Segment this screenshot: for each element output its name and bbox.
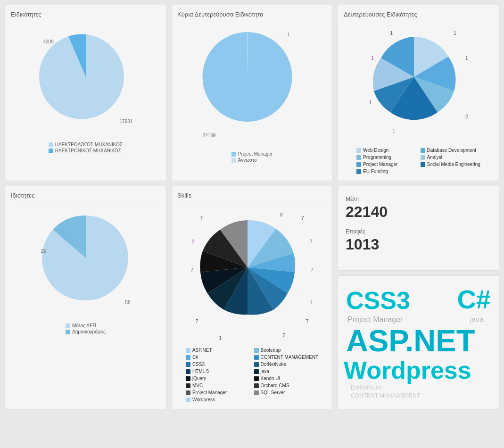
s-label-7g: 7 xyxy=(191,267,194,273)
kyria-legend: Project Manager Άγνωστο xyxy=(231,151,273,164)
d-label-4: 1 xyxy=(465,56,468,61)
wc-csharp: C# xyxy=(457,284,491,315)
sk-legend-6: DotNetNuke xyxy=(254,362,319,367)
meli-label: Μέλη xyxy=(346,196,491,202)
eidikotites-chart-area: 4209 17931 ΗΛΕΚΤΡΟΛΟΓΟΣ ΜΗΧΑΝΙΚΟΣ ΗΛΕΚΤΡ… xyxy=(11,25,160,154)
idiotites-legend-item-2: Δημοσιογράφος xyxy=(66,329,106,334)
s-label-7f: 7 xyxy=(196,319,198,324)
idiotites-chart-area: 25 58 Μέλος ΔΕΠ Δημοσιογράφος xyxy=(11,206,160,335)
sk-legend-2: Bootstrap xyxy=(254,348,319,353)
kyria-chart-area: 1 22139 Project Manager Άγνωστο xyxy=(177,25,327,164)
legend-item-2: ΗΛΕΚΤΡΟΝΙΚΟΣ ΜΗΧΑΝΙΚΟΣ xyxy=(49,148,123,153)
s-label-8: 8 xyxy=(280,212,283,217)
s-label-2: 2 xyxy=(192,239,195,244)
wc-wordpress: Wordpress xyxy=(344,356,471,384)
sk-legend-7: HTML 5 xyxy=(186,369,250,374)
sk-legend-1: ASP.NET xyxy=(186,348,250,353)
wordcloud-card: CSS3 C# Project Manager java ASP.NET Wor… xyxy=(338,275,499,409)
pie-label-kyria-1: 1 xyxy=(287,32,290,37)
epafes-value: 1013 xyxy=(346,236,491,253)
legend-item-1: ΗΛΕΚΤΡΟΛΟΓΟΣ ΜΗΧΑΝΙΚΟΣ xyxy=(49,142,123,147)
d-legend-1: Web Design xyxy=(356,148,416,153)
sk-legend-10: Kendo UI xyxy=(254,376,319,381)
s-label-1a: 1 xyxy=(310,300,313,305)
s-label-7a: 7 xyxy=(301,216,304,221)
d-label-5: 1 xyxy=(369,100,372,105)
sk-legend-12: Orchard CMS xyxy=(254,383,319,388)
wc-dotnet: DotNetNuke xyxy=(351,384,381,391)
kyria-legend-dot-1 xyxy=(231,152,236,157)
wordcloud-inner: CSS3 C# Project Manager java ASP.NET Wor… xyxy=(344,282,493,385)
sk-legend-8: java xyxy=(254,369,319,374)
sk-legend-4: CONTENT MANAGEMENT xyxy=(254,355,319,360)
s-label-7h: 7 xyxy=(200,216,203,221)
deutereuouses-legend: Web Design Database Development Programm… xyxy=(356,148,480,175)
s-label-7e: 7 xyxy=(282,333,285,338)
d-label-3: 1 xyxy=(372,56,374,61)
deutereuouses-chart-area: 1 1 1 1 1 2 1 Web Design Database Develo… xyxy=(344,25,493,175)
skills-svg xyxy=(191,211,304,324)
d-legend-2: Database Development xyxy=(421,148,480,153)
d-label-7: 1 xyxy=(393,128,396,133)
eidikotites-title: Ειδικότητες xyxy=(11,11,160,21)
skills-legend: ASP.NET Bootstrap C# CONTENT MANAGEMENT … xyxy=(186,348,318,403)
s-label-7c: 7 xyxy=(311,267,314,273)
skills-title: Skills xyxy=(177,192,327,202)
sk-legend-5: CSS3 xyxy=(186,362,250,367)
idiotites-legend: Μέλος ΔΕΠ Δημοσιογράφος xyxy=(66,323,106,335)
sk-legend-11: MVC xyxy=(186,383,250,388)
s-label-1b: 1 xyxy=(219,335,222,340)
d-label-1: 1 xyxy=(390,31,393,36)
sk-legend-14: SQL Server xyxy=(254,390,319,395)
d-legend-3: Programming xyxy=(356,155,416,160)
pie-label-4209: 4209 xyxy=(43,39,54,44)
kyria-legend-label-1: Project Manager xyxy=(238,151,273,157)
idiotites-card: Ιδιότητες 25 58 Μέλος ΔΕΠ Δημοσιογράφο xyxy=(5,186,166,409)
dashboard-grid: Ειδικότητες 4209 17931 ΗΛΕΚΤΡΟΛΟΓΟΣ ΜΗΧΑ… xyxy=(5,5,499,409)
skills-pie: 8 7 7 7 1 7 7 1 7 7 2 7 xyxy=(191,211,314,343)
d-legend-4: Analyst xyxy=(421,155,480,160)
deutereuouses-pie: 1 1 1 1 1 2 1 xyxy=(367,30,471,143)
d-label-6: 2 xyxy=(465,114,468,119)
wc-contentmgmt: CONTENT MANAGEMENT xyxy=(351,392,420,399)
kyria-legend-dot-2 xyxy=(231,158,236,163)
wc-aspnet: ASP.NET xyxy=(346,323,475,358)
meli-value: 22140 xyxy=(346,203,491,221)
d-legend-5: Project Manager xyxy=(356,162,416,167)
kyria-legend-item-2: Άγνωστο xyxy=(231,158,273,163)
kyria-svg xyxy=(200,30,295,124)
pie-label-58: 58 xyxy=(125,300,130,305)
sk-legend-13: Project Manager xyxy=(186,390,250,395)
right-column: Μέλη 22140 Επαφές 1013 CSS3 C# Project M… xyxy=(338,186,499,409)
stats-card: Μέλη 22140 Επαφές 1013 xyxy=(338,186,499,271)
legend-label-1: ΗΛΕΚΤΡΟΛΟΓΟΣ ΜΗΧΑΝΙΚΟΣ xyxy=(55,142,123,147)
idiotites-legend-item-1: Μέλος ΔΕΠ xyxy=(66,323,106,328)
sk-legend-9: jQuery xyxy=(186,376,250,381)
eidikotites-pie: 4209 17931 xyxy=(39,30,133,133)
kyria-legend-label-2: Άγνωστο xyxy=(238,158,257,163)
eidikotites-card: Ειδικότητες 4209 17931 ΗΛΕΚΤΡΟΛΟΓΟΣ ΜΗΧΑ… xyxy=(5,5,166,181)
kyria-pie: 1 22139 xyxy=(200,30,304,143)
deutereuouses-svg xyxy=(367,30,461,124)
eidikotites-legend: ΗΛΕΚΤΡΟΛΟΓΟΣ ΜΗΧΑΝΙΚΟΣ ΗΛΕΚΤΡΟΝΙΚΟΣ ΜΗΧΑ… xyxy=(49,142,123,154)
d-label-2: 1 xyxy=(454,31,456,36)
pie-label-kyria-22139: 22139 xyxy=(203,133,216,138)
idiotites-title: Ιδιότητες xyxy=(11,192,160,202)
epafes-label: Επαφές xyxy=(346,228,491,235)
legend-label-2: ΗΛΕΚΤΡΟΝΙΚΟΣ ΜΗΧΑΝΙΚΟΣ xyxy=(55,148,121,153)
wc-css3: CSS3 xyxy=(346,286,410,315)
kyria-legend-item-1: Project Manager xyxy=(231,151,273,157)
sk-legend-3: C# xyxy=(186,355,250,360)
d-legend-6: Social Media Engineering xyxy=(421,162,480,167)
legend-dot-1 xyxy=(49,142,53,147)
idiotites-svg xyxy=(39,211,133,305)
pie-label-25: 25 xyxy=(41,249,46,254)
deutereuouses-title: Δευτερεύουσες Ειδικότητες xyxy=(344,11,493,21)
kyria-card: Κύρια Δευτερεύουσα Ειδικότητα 1 22139 Pr… xyxy=(171,5,333,181)
pie-label-17931: 17931 xyxy=(120,119,133,124)
d-legend-7: EU Funding xyxy=(356,169,416,174)
deutereuouses-card: Δευτερεύουσες Ειδικότητες 1 1 1 xyxy=(338,5,499,181)
s-label-7b: 7 xyxy=(310,239,313,244)
kyria-title: Κύρια Δευτερεύουσα Ειδικότητα xyxy=(177,11,327,21)
idiotites-pie: 25 58 xyxy=(39,211,133,315)
